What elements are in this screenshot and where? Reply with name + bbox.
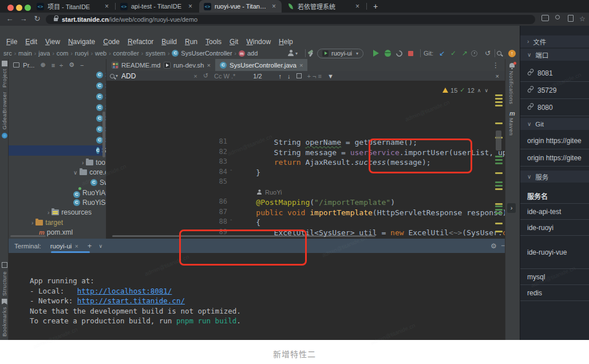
- menu-item-build[interactable]: Build: [157, 38, 181, 46]
- next-problem-icon[interactable]: ∨: [484, 88, 489, 93]
- menu-item-run[interactable]: Run: [181, 38, 201, 46]
- editor-tab[interactable]: run-dev.sh×: [159, 59, 215, 71]
- tree-item[interactable]: S: [96, 71, 106, 80]
- ok-stripe-mark[interactable]: [495, 159, 503, 161]
- breadcrumb-item[interactable]: controller: [113, 50, 139, 57]
- warning-stripe-mark[interactable]: [495, 105, 503, 106]
- terminal-settings-icon[interactable]: ⚙: [491, 242, 497, 250]
- ok-stripe-mark[interactable]: [495, 212, 503, 214]
- browser-tab[interactable]: <>api-test - TitanIDE×: [116, 0, 198, 13]
- build-button[interactable]: [307, 48, 314, 58]
- line-number[interactable]: 86: [212, 197, 227, 205]
- key-icon[interactable]: [555, 15, 560, 19]
- tool-stripe-notifications[interactable]: Notifications: [508, 71, 515, 104]
- run-config-selector[interactable]: ruoyi-ui▾: [317, 48, 363, 58]
- search-everywhere-button[interactable]: [497, 48, 501, 58]
- warning-stripe-mark[interactable]: [495, 98, 503, 100]
- ok-stripe-mark[interactable]: [495, 205, 503, 207]
- breadcrumb-item[interactable]: com: [57, 50, 69, 57]
- menu-item-git[interactable]: Git: [226, 38, 242, 46]
- line-number[interactable]: 84: [212, 168, 227, 176]
- update-available-button[interactable]: ↑: [508, 48, 516, 58]
- new-tab-button[interactable]: +: [370, 1, 381, 11]
- forward-icon[interactable]: →: [18, 14, 29, 23]
- sidebar-row[interactable]: 35729: [520, 82, 589, 99]
- run-button[interactable]: [373, 48, 379, 58]
- filter-icon[interactable]: ▼: [325, 73, 337, 80]
- warning-stripe-mark[interactable]: [495, 188, 503, 190]
- menu-item-help[interactable]: Help: [275, 38, 297, 46]
- close-icon[interactable]: ×: [271, 2, 277, 10]
- line-number[interactable]: 87: [212, 208, 227, 216]
- close-search-icon[interactable]: ×: [496, 73, 499, 80]
- menu-item-file[interactable]: File: [2, 38, 21, 46]
- search-clear-icon[interactable]: ×: [191, 73, 200, 80]
- tab-options-icon[interactable]: ⋮: [492, 61, 499, 69]
- tree-item[interactable]: S: [96, 81, 106, 91]
- warning-stripe-mark[interactable]: [495, 231, 503, 232]
- browser-tab[interactable]: 若依管理系统×: [283, 0, 365, 13]
- sidebar-section-services[interactable]: ∨服务: [520, 171, 589, 183]
- sidebar-section-ports[interactable]: ∨端口: [520, 49, 589, 61]
- sidebar-row[interactable]: ide-api-test: [520, 204, 589, 220]
- menu-item-code[interactable]: Code: [99, 38, 124, 46]
- tree-item[interactable]: ›resources: [48, 207, 92, 217]
- locate-icon[interactable]: ⊕: [40, 61, 45, 69]
- tree-item[interactable]: RuoYiSer: [73, 197, 106, 208]
- close-icon[interactable]: ×: [104, 2, 110, 10]
- tree-item[interactable]: RuoYiApp: [73, 188, 106, 198]
- breadcrumb-item[interactable]: src: [3, 50, 12, 57]
- prev-match-icon[interactable]: ↑: [276, 73, 285, 80]
- hide-panel-icon[interactable]: −: [80, 62, 84, 69]
- debug-button[interactable]: [385, 48, 391, 58]
- traffic-light[interactable]: [7, 5, 14, 11]
- close-icon[interactable]: ×: [187, 2, 193, 10]
- breadcrumb-item[interactable]: system: [145, 50, 165, 57]
- terminal-tab[interactable]: ruoyi-ui: [50, 243, 72, 250]
- history-button[interactable]: [471, 48, 477, 58]
- gear-icon[interactable]: ⚙: [69, 61, 74, 69]
- breadcrumb-item[interactable]: main: [18, 50, 32, 57]
- breadcrumb-item[interactable]: java: [38, 50, 50, 57]
- stop-button[interactable]: [408, 48, 413, 58]
- project-scrollbar[interactable]: [102, 112, 105, 157]
- ok-stripe-mark[interactable]: [495, 181, 503, 183]
- project-panel-title[interactable]: Pr...: [23, 62, 34, 69]
- git-commit-button[interactable]: ✓: [448, 48, 458, 58]
- git-push-button[interactable]: ↗: [460, 48, 470, 58]
- search-extra-icons[interactable]: + ¬ ≡: [305, 73, 325, 80]
- gideabrowser-icon[interactable]: [2, 133, 7, 139]
- sidebar-section-git[interactable]: ∨Git: [520, 118, 589, 130]
- project-tool-icon[interactable]: [2, 61, 7, 66]
- tree-item[interactable]: ∨core.co: [73, 167, 106, 177]
- terminal-link[interactable]: http://localhost:8081/: [77, 287, 172, 295]
- tree-item[interactable]: Swa: [90, 177, 106, 188]
- structure-tool-icon[interactable]: [2, 262, 7, 268]
- menu-item-navigate[interactable]: Navigate: [64, 38, 99, 46]
- breadcrumb-class[interactable]: SysUserController: [181, 50, 232, 57]
- breadcrumb-item[interactable]: web: [95, 50, 106, 57]
- menu-item-view[interactable]: View: [41, 38, 64, 46]
- git-update-button[interactable]: ↙: [437, 48, 447, 58]
- menu-item-refactor[interactable]: Refactor: [124, 38, 157, 46]
- ok-stripe-mark[interactable]: [495, 185, 503, 187]
- editor-search-bar[interactable]: ▾ ADD × ↺ Cc W .* 1/2 ↑ ↓ + ¬ ≡ ▼: [106, 71, 505, 81]
- translate-icon[interactable]: [568, 15, 574, 22]
- search-history-icon[interactable]: ↺: [200, 72, 211, 80]
- sidebar-row[interactable]: ide-ruoyi: [520, 220, 589, 236]
- warning-stripe-mark[interactable]: [495, 101, 503, 103]
- menu-item-window[interactable]: Window: [242, 38, 275, 46]
- sidebar-row[interactable]: origin https://gitee: [520, 149, 589, 167]
- warning-stripe-mark[interactable]: [495, 122, 503, 124]
- hide-terminal-icon[interactable]: −: [501, 242, 505, 250]
- sidebar-row[interactable]: origin https://gitee: [520, 132, 589, 149]
- tool-stripe-structure[interactable]: Structure: [1, 271, 7, 296]
- browser-tab[interactable]: <>项目 - TitanIDE×: [32, 0, 114, 13]
- sidebar-row[interactable]: 8080: [520, 99, 589, 116]
- close-icon[interactable]: ×: [354, 2, 361, 10]
- editor-tab[interactable]: SysUserController.java×: [215, 59, 307, 71]
- tree-item[interactable]: S: [9, 145, 106, 156]
- inspections-widget[interactable]: 15 ✓ 12 ∧ ∨: [442, 86, 489, 94]
- editor-scrollbar[interactable]: [496, 130, 501, 151]
- tree-item[interactable]: ›too: [82, 157, 105, 168]
